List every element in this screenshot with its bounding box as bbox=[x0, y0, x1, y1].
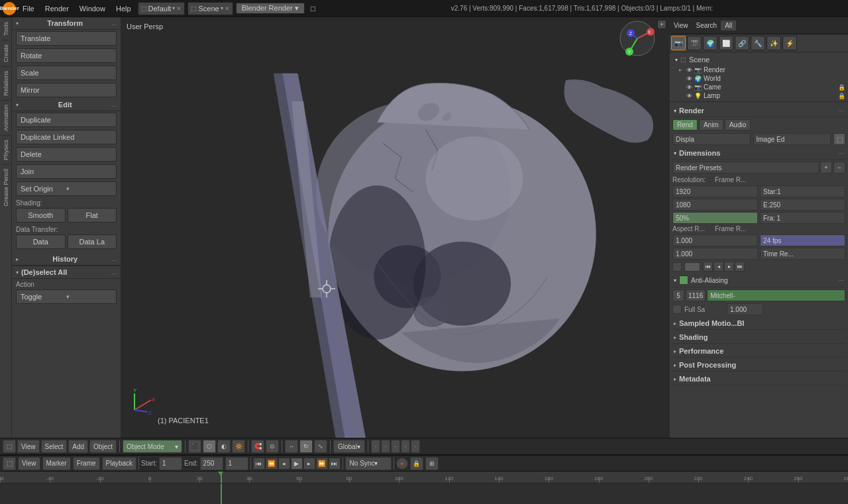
rendered-btn[interactable]: 🔆 bbox=[232, 440, 245, 453]
all-tab[interactable]: All bbox=[721, 21, 736, 30]
res-pct-field[interactable]: 50% bbox=[672, 212, 758, 224]
flat-button[interactable]: Flat bbox=[68, 208, 117, 223]
layer-3[interactable]: · bbox=[391, 440, 400, 453]
pb-toggle[interactable] bbox=[684, 262, 700, 272]
tl-skip-end[interactable]: ⏭ bbox=[329, 458, 341, 470]
delete-button[interactable]: Delete bbox=[16, 147, 117, 162]
frame-start-field[interactable]: Star:1 bbox=[760, 185, 845, 197]
metadata-section[interactable]: ▸ Metadata bbox=[672, 373, 845, 385]
tl-next-frame[interactable]: ▸ bbox=[303, 458, 315, 470]
snap-icon[interactable]: 🧲 bbox=[251, 440, 264, 453]
scale-button[interactable]: Scale bbox=[16, 66, 117, 80]
side-tab-physics[interactable]: Physics bbox=[1, 135, 11, 164]
pb-next[interactable]: ▸ bbox=[724, 262, 734, 272]
tl-view-btn[interactable]: View bbox=[18, 457, 40, 470]
post-processing-section[interactable]: ▸ Post Processing bbox=[672, 359, 845, 372]
proportional-edit-icon[interactable]: ⊙ bbox=[266, 440, 279, 453]
object-menu-btn[interactable]: Object bbox=[89, 440, 117, 453]
aspect-y-field[interactable]: 1.000 bbox=[672, 248, 758, 260]
start-frame-field[interactable]: 1 bbox=[159, 457, 182, 470]
tree-world[interactable]: 👁 🌍 World bbox=[672, 74, 845, 83]
side-tab-tools[interactable]: Tools bbox=[1, 17, 11, 40]
layer-2[interactable]: · bbox=[381, 440, 390, 453]
layer-4[interactable]: · bbox=[401, 440, 410, 453]
aa-section-header[interactable]: ▾ Anti-Aliasing ··· bbox=[672, 274, 845, 287]
tl-prev-key[interactable]: ⏪ bbox=[266, 458, 278, 470]
side-tab-animation[interactable]: Animation bbox=[1, 100, 11, 135]
data-button[interactable]: Data bbox=[16, 234, 66, 249]
rotate-button[interactable]: Rotate bbox=[16, 48, 117, 63]
tl-marker-btn[interactable]: Marker bbox=[42, 457, 71, 470]
menu-file[interactable]: File bbox=[19, 3, 38, 14]
view-menu-btn[interactable]: View bbox=[17, 440, 40, 453]
translate-button[interactable]: Translate bbox=[16, 31, 117, 46]
view-tab[interactable]: View bbox=[670, 21, 692, 30]
timeline-body[interactable] bbox=[0, 483, 848, 504]
pb-checkbox-1[interactable] bbox=[672, 262, 682, 272]
playhead[interactable] bbox=[221, 472, 222, 483]
nav-widget[interactable]: X Y Z bbox=[617, 19, 657, 58]
duplicate-button[interactable]: Duplicate bbox=[16, 113, 117, 127]
tl-next-key[interactable]: ⏩ bbox=[316, 458, 328, 470]
side-tab-relations[interactable]: Relations bbox=[1, 66, 11, 100]
shading-section[interactable]: ▸ Shading bbox=[672, 331, 845, 344]
aa-num2-field[interactable]: 1116 bbox=[686, 289, 706, 301]
transform-section-header[interactable]: ▾ Transform ... bbox=[12, 17, 121, 30]
tl-playback-btn[interactable]: Playback bbox=[102, 457, 137, 470]
global-dropdown[interactable]: Global ▾ bbox=[333, 440, 365, 453]
physics-icon[interactable]: ⚡ bbox=[782, 36, 797, 50]
toolbar-header-icon[interactable]: ⬚ bbox=[3, 440, 16, 453]
fps-field[interactable]: 24 fps bbox=[760, 234, 845, 246]
menu-window[interactable]: Window bbox=[76, 3, 109, 14]
anim-tab[interactable]: Anim bbox=[699, 119, 723, 130]
presets-remove-icon[interactable]: − bbox=[833, 162, 845, 174]
rend-tab[interactable]: Rend bbox=[672, 119, 698, 130]
pb-prev[interactable]: ◂ bbox=[714, 262, 723, 272]
image-ed-extra[interactable]: ⬚ bbox=[833, 133, 845, 145]
viewport[interactable]: User Persp + bbox=[121, 17, 669, 438]
res-x-field[interactable]: 1920 bbox=[672, 185, 758, 197]
tree-camera[interactable]: 👁 📷 Came 🔒 bbox=[672, 83, 845, 91]
side-tab-grease-pencil[interactable]: Grease Pencil bbox=[1, 164, 11, 211]
layer-5[interactable]: · bbox=[411, 440, 420, 453]
current-frame-field[interactable]: 1 bbox=[225, 457, 248, 470]
timeline-ruler[interactable]: -60-40-200204060801001201401601802002202… bbox=[0, 472, 848, 483]
set-origin-dropdown[interactable]: Set Origin ▾ bbox=[16, 181, 117, 196]
rotate-icon[interactable]: ↻ bbox=[299, 440, 313, 453]
sync-dropdown[interactable]: No Sync ▾ bbox=[345, 457, 392, 470]
search-tab[interactable]: Search bbox=[692, 21, 721, 30]
scene-dropdown[interactable]: ⬚ Scene ▾ ✕ bbox=[187, 2, 233, 15]
toggle-dropdown[interactable]: Toggle ▾ bbox=[16, 289, 117, 304]
tl-extra-icon[interactable]: ⊞ bbox=[425, 457, 439, 470]
time-re-field[interactable]: Time Re... bbox=[760, 248, 845, 260]
scale-icon[interactable]: ⤡ bbox=[314, 440, 327, 453]
image-ed-button[interactable]: Image Ed bbox=[753, 133, 831, 145]
tl-skip-start[interactable]: ⏮ bbox=[253, 458, 265, 470]
tl-lock-icon[interactable]: 🔒 bbox=[410, 457, 423, 470]
menu-render[interactable]: Render bbox=[41, 3, 73, 14]
dimensions-section-header[interactable]: ▾ Dimensions ··· bbox=[672, 147, 845, 160]
solid-shading-btn[interactable]: ⬛ bbox=[188, 440, 201, 453]
select-menu-btn[interactable]: Select bbox=[41, 440, 68, 453]
object-props-icon[interactable]: ⬜ bbox=[719, 36, 733, 50]
full-sa-checkbox[interactable] bbox=[672, 305, 682, 314]
duplicate-linked-button[interactable]: Duplicate Linked bbox=[16, 130, 117, 144]
particles-icon[interactable]: ✨ bbox=[767, 36, 781, 50]
world-props-icon[interactable]: 🌍 bbox=[703, 36, 717, 50]
end-frame-field[interactable]: 250 bbox=[200, 457, 223, 470]
layout-dropdown[interactable]: ⬚ Default ▾ ✕ bbox=[138, 2, 186, 15]
wireframe-btn[interactable]: ⬡ bbox=[203, 440, 216, 453]
aspect-x-field[interactable]: 1.000 bbox=[672, 234, 758, 246]
aa-filter-dropdown[interactable]: Mitchell- bbox=[707, 289, 845, 301]
engine-dropdown[interactable]: Blender Render ▾ bbox=[236, 3, 305, 14]
layer-1[interactable]: · bbox=[371, 440, 380, 453]
mirror-button[interactable]: Mirror bbox=[16, 83, 117, 97]
frame-end-field[interactable]: E:250 bbox=[760, 199, 845, 211]
smooth-button[interactable]: Smooth bbox=[16, 208, 66, 223]
display-button[interactable]: Displa bbox=[672, 133, 751, 145]
tl-play-forward[interactable]: ▶ bbox=[291, 458, 303, 470]
scene-tree-header[interactable]: ▾ ⬚ Scene bbox=[672, 54, 845, 66]
sampled-motion-section[interactable]: ▸ Sampled Motio...BI bbox=[672, 317, 845, 330]
aa-samples-field[interactable]: 5 bbox=[672, 289, 684, 301]
join-button[interactable]: Join bbox=[16, 164, 117, 179]
